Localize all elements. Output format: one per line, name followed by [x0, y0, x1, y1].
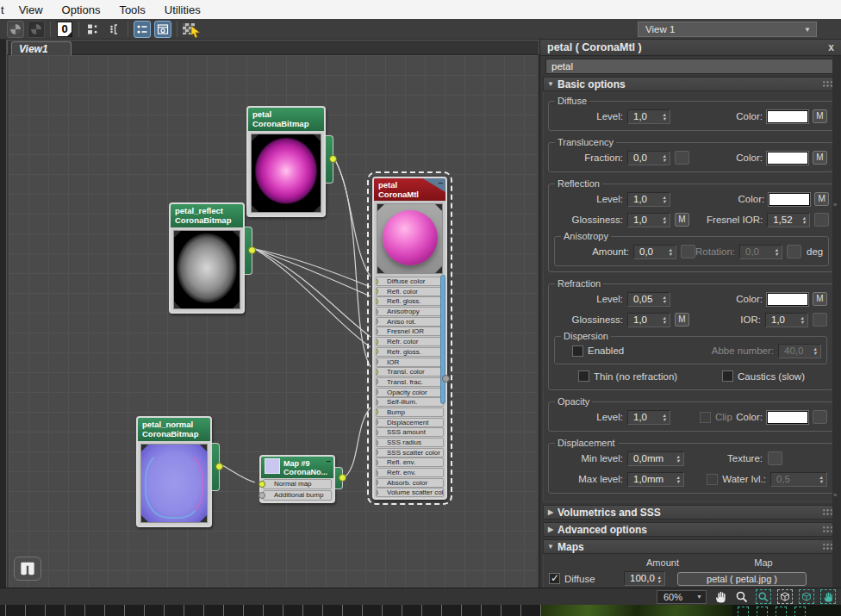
port-icon[interactable]	[376, 288, 378, 295]
minimize-node-button[interactable]: –	[438, 179, 443, 187]
opacity-level-spinner[interactable]: 1,0▴▾	[627, 410, 670, 425]
node-header[interactable]: petal_normal CoronaBitmap	[138, 418, 210, 441]
node-input-slot[interactable]: Fresnel IOR	[376, 327, 444, 336]
layout-icon[interactable]	[84, 21, 102, 38]
output-port[interactable]	[326, 135, 333, 184]
port-icon[interactable]	[376, 339, 378, 345]
viewport-nav-icon[interactable]	[738, 607, 749, 616]
spinner-arrows-icon[interactable]: ▴▾	[771, 246, 782, 258]
node-input-slot[interactable]: Transl. color	[376, 367, 444, 376]
node-header[interactable]: petal CoronaMtl –	[374, 178, 445, 201]
node-input-slot[interactable]: Displacement	[376, 418, 444, 427]
node-petal-normal[interactable]: petal_normal CoronaBitmap	[136, 416, 212, 527]
diffuse-color-swatch[interactable]	[767, 110, 808, 123]
spinner-arrows-icon[interactable]: ▴▾	[654, 572, 664, 585]
reflection-map-button[interactable]: M	[814, 192, 829, 206]
refraction-ior-spinner[interactable]: 1,0▴▾	[765, 313, 808, 327]
zoom-extents-icon[interactable]	[777, 589, 793, 604]
zoom-region-icon[interactable]	[756, 589, 771, 604]
tab-view1[interactable]: View1	[11, 41, 72, 56]
output-port[interactable]	[335, 467, 343, 489]
refraction-map-button[interactable]: M	[813, 292, 827, 306]
output-port[interactable]	[245, 227, 252, 275]
displacement-max-spinner[interactable]: 1,0mm▴▾	[627, 472, 684, 487]
port-icon[interactable]	[339, 474, 346, 482]
menu-item-tools[interactable]: Tools	[109, 2, 154, 18]
translucency-fraction-spinner[interactable]: 0,0▴▾	[627, 151, 670, 165]
thin-refraction-checkbox[interactable]	[578, 370, 589, 382]
node-input-slot[interactable]: Refl. color	[376, 287, 444, 296]
refraction-glossiness-spinner[interactable]: 1,0▴▾	[627, 313, 670, 327]
binoculars-icon[interactable]	[14, 557, 41, 581]
spinner-arrows-icon[interactable]: ▴▾	[673, 473, 683, 486]
node-input-slot[interactable]: Aniso rot.	[376, 317, 444, 327]
reflection-glossiness-spinner[interactable]: 1,0▴▾	[627, 213, 670, 227]
spinner-arrows-icon[interactable]: ▴▾	[659, 152, 670, 165]
anisotropy-rotation-map-button[interactable]	[787, 245, 801, 258]
node-normal-map[interactable]: Map #9 CoronaNo... – Normal map Addition…	[259, 455, 335, 503]
hide-unused-slots-icon[interactable]	[105, 21, 122, 38]
port-icon[interactable]	[259, 492, 265, 499]
diffuse-map-slot-button[interactable]: petal ( petal.jpg )	[677, 572, 807, 586]
pan-to-selected-icon[interactable]	[820, 589, 836, 604]
port-icon[interactable]	[376, 298, 378, 305]
zoom-extents-selected-icon[interactable]	[799, 589, 814, 604]
dispersion-enabled-checkbox[interactable]	[572, 345, 583, 357]
caustics-checkbox[interactable]	[722, 370, 733, 382]
menu-item-utilities[interactable]: Utilities	[155, 2, 210, 18]
node-input-slot[interactable]: SSS radius	[376, 438, 444, 447]
viewport-nav-icon[interactable]	[776, 607, 787, 616]
material-sample-dark-icon[interactable]	[28, 21, 45, 38]
port-icon[interactable]	[215, 463, 223, 470]
resize-grip-icon[interactable]: »	[833, 201, 837, 208]
rollout-maps[interactable]: ▼ Maps	[543, 539, 838, 554]
menu-item-options[interactable]: Options	[53, 2, 110, 18]
node-input-slot[interactable]: Refr. gloss.	[376, 347, 444, 357]
port-icon[interactable]	[376, 328, 378, 335]
node-input-slot[interactable]: Volume scatter color	[376, 488, 444, 497]
node-input-slot[interactable]: Self-illum.	[376, 397, 444, 407]
node-input-slot[interactable]: SSS scatter color	[376, 448, 444, 457]
refraction-ior-map-button[interactable]	[813, 313, 827, 327]
output-port[interactable]	[212, 443, 220, 491]
spinner-arrows-icon[interactable]: ▴▾	[659, 411, 670, 424]
anisotropy-rotation-spinner[interactable]: 0,0▴▾	[739, 245, 782, 259]
port-icon[interactable]	[376, 348, 378, 355]
node-input-slot[interactable]: Refr. env.	[376, 468, 444, 477]
node-header[interactable]: petal CoronaBitmap	[248, 108, 324, 131]
minimize-node-button[interactable]: –	[326, 457, 331, 465]
fresnel-ior-spinner[interactable]: 1,52▴▾	[767, 213, 810, 227]
view-selector-dropdown[interactable]: View 1 ▼	[638, 22, 817, 37]
spinner-arrows-icon[interactable]: ▴▾	[810, 345, 820, 358]
port-icon[interactable]	[376, 429, 378, 436]
port-icon[interactable]	[376, 449, 378, 456]
displacement-min-spinner[interactable]: 0,0mm▴▾	[627, 451, 684, 466]
reflection-color-swatch[interactable]	[769, 193, 810, 206]
diffuse-level-spinner[interactable]: 1,0▴▾	[627, 109, 670, 124]
port-icon[interactable]	[376, 308, 378, 315]
port-icon[interactable]	[376, 489, 378, 496]
rollout-volumetrics[interactable]: ▶ Volumetrics and SSS	[543, 505, 838, 520]
anisotropy-amount-spinner[interactable]: 0,0▴▾	[633, 245, 676, 259]
spinner-arrows-icon[interactable]: ▴▾	[799, 214, 809, 227]
displacement-texture-button[interactable]	[768, 451, 782, 465]
port-icon[interactable]	[376, 399, 378, 406]
node-input-slot[interactable]: Diffuse color	[376, 277, 444, 286]
port-icon[interactable]	[376, 378, 378, 385]
node-input-slot[interactable]: Opacity color	[376, 388, 444, 397]
translucency-map-button[interactable]: M	[813, 151, 827, 165]
node-petal-bitmap[interactable]: petal CoronaBitmap	[246, 106, 326, 217]
translucency-fraction-map-button[interactable]	[675, 151, 689, 165]
zoom-level-dropdown[interactable]: 60% ▼	[657, 590, 707, 604]
port-icon[interactable]	[329, 155, 337, 163]
port-icon[interactable]	[376, 479, 378, 486]
node-header[interactable]: petal_reflect CoronaBitmap	[171, 204, 243, 227]
port-icon[interactable]	[259, 481, 265, 488]
port-icon[interactable]	[376, 358, 378, 365]
opacity-map-button[interactable]	[813, 410, 827, 424]
spinner-arrows-icon[interactable]: ▴▾	[797, 314, 807, 327]
node-input-slot[interactable]: Transl. frac.	[376, 377, 444, 387]
port-icon[interactable]	[248, 246, 256, 254]
opacity-color-swatch[interactable]	[767, 411, 808, 424]
reflection-level-spinner[interactable]: 1,0▴▾	[627, 192, 670, 207]
